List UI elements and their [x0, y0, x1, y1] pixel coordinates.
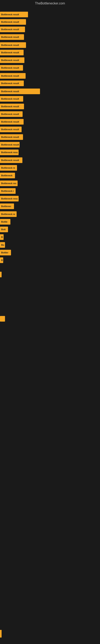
bar-item: Bottler — [0, 250, 11, 256]
bar-item: Bottleneck resu — [0, 196, 19, 202]
bar-label: Bottleneck result — [1, 98, 19, 100]
bar-label: Bottler — [1, 251, 8, 254]
bar-label: Bottleneck resu — [1, 151, 18, 154]
bar-item: Bottlenec — [0, 204, 14, 209]
bar-item — [0, 272, 1, 277]
bar-item: Bottleneck resu — [0, 150, 19, 155]
bar-label: Bottleneck result — [1, 75, 19, 77]
bar-item: Bottleneck res — [0, 180, 18, 186]
bar-label: Bottleneck result — [1, 159, 19, 162]
bar-item: Bottleneck result — [0, 111, 23, 117]
bar-item: Bottleneck result — [0, 65, 23, 71]
bar-label: Bottleneck result — [1, 13, 19, 16]
bar-item: B — [0, 234, 3, 240]
bar-label: Bottleneck re — [1, 213, 15, 215]
bar-item: Bottleneck result — [0, 42, 26, 48]
bar-label: Bottleneck result — [1, 113, 19, 115]
bar-item: Bottleneck result — [0, 34, 24, 40]
bar-item: Bottleneck result — [0, 158, 22, 163]
bar-item: Bottleneck result — [0, 12, 28, 17]
bar-item: Bottleneck result — [0, 96, 23, 102]
bar-label: Bottleneck r — [1, 190, 14, 192]
bar-label: Bottleneck result — [1, 51, 19, 54]
bar-label: Bottleneck result — [1, 90, 19, 92]
bar-item: Bott — [0, 226, 8, 232]
bar-item: Bottleneck result — [0, 88, 40, 94]
chart-area: Bottleneck resultBottleneck resultBottle… — [0, 8, 100, 632]
bar-item: Bottleneck result — [0, 134, 23, 140]
bar-label: Bottleneck — [1, 174, 12, 177]
bar-label: Bo — [1, 244, 4, 246]
bar-item — [0, 316, 5, 322]
bar-label: Bottle — [1, 220, 7, 223]
bar-label: Bottleneck result — [1, 66, 19, 69]
bar-item: Bottleneck result — [0, 104, 24, 109]
bar-label: Bottleneck result — [1, 105, 19, 108]
bar-item: Bottleneck result — [0, 73, 26, 79]
bar-label: Bottleneck result — [1, 59, 19, 62]
bar-item: Bottleneck re — [0, 211, 17, 217]
bar-label: Bottleneck result — [1, 82, 19, 84]
bar-label: B — [1, 236, 3, 238]
bar-item: Bottleneck result — [0, 80, 24, 86]
bar-label: Bottleneck res — [1, 182, 16, 184]
bar-item: Bottleneck re — [0, 165, 17, 171]
bar-item: Bottleneck r — [0, 188, 16, 194]
bar-label: Bottleneck result — [1, 28, 19, 30]
bar-label: Bott — [1, 228, 6, 231]
bar-item-bottom — [0, 630, 1, 634]
bar-label: Bottleneck result — [1, 44, 19, 46]
bar-label: Bottleneck result — [1, 36, 19, 38]
bar-item: B — [0, 258, 3, 263]
bar-item: Bottleneck result — [0, 142, 20, 148]
bar-item: Bottle — [0, 219, 10, 224]
bar-label: Bottleneck result — [1, 128, 19, 130]
site-title: TheBottlenecker.com — [0, 0, 100, 6]
bar-item: Bottleneck result — [0, 50, 24, 55]
bar-item: Bottleneck — [0, 173, 15, 178]
bar-label: Bottleneck result — [1, 21, 19, 23]
bar-label: Bottleneck resu — [1, 198, 18, 200]
bar-label: Bottleneck result — [1, 136, 19, 138]
bar-label: B — [1, 259, 3, 262]
bar-label: Bottlenec — [1, 205, 11, 208]
bar-item: Bottleneck result — [0, 19, 26, 25]
bar-item: Bottleneck result — [0, 57, 24, 63]
bar-item: Bottleneck result — [0, 26, 25, 32]
bar-label: Bottleneck result — [1, 120, 19, 123]
bar-label: Bottleneck result — [1, 144, 19, 146]
site-header: TheBottlenecker.com — [0, 0, 100, 6]
bar-item: Bo — [0, 242, 5, 248]
bar-label: Bottleneck re — [1, 167, 15, 169]
bar-item: Bottleneck result — [0, 119, 24, 124]
bar-item: Bottleneck result — [0, 126, 22, 132]
